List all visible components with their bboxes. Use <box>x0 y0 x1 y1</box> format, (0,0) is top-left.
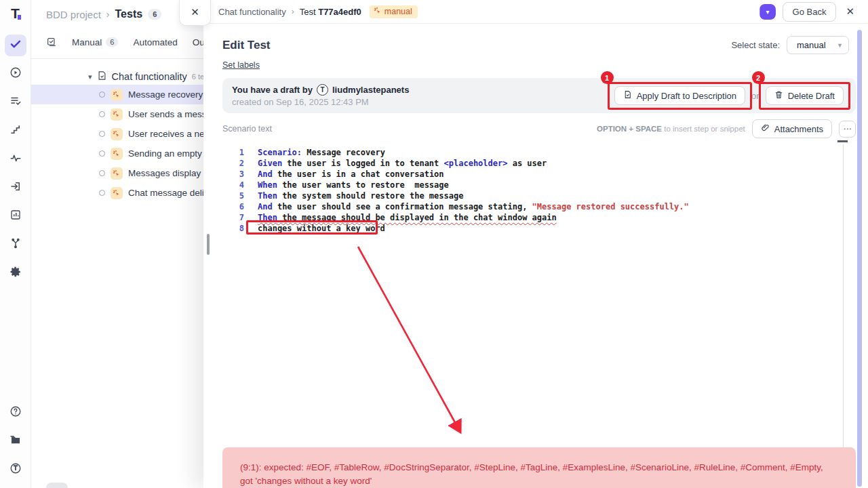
editor-line[interactable]: 5Then the system should restore the mess… <box>222 190 856 201</box>
tree-item-test[interactable]: Messages display correct ti <box>31 163 203 183</box>
tree-item-test[interactable]: User sends a message succ <box>31 104 203 124</box>
app-logo[interactable]: T <box>11 5 20 22</box>
test-status-circle <box>99 170 105 176</box>
editor-scrollbar-thumb[interactable] <box>837 140 848 142</box>
sign-in-box-icon <box>9 180 22 195</box>
tree-item-test[interactable]: User receives a new messa <box>31 124 203 144</box>
steps-icon <box>9 123 22 138</box>
scenario-editor[interactable]: 1Scenario: Message recovery2Given the us… <box>222 143 856 447</box>
go-back-button[interactable]: Go Back <box>783 2 837 22</box>
attachments-button[interactable]: Attachments <box>752 119 832 138</box>
test-title: Sending an empty message <box>128 148 203 159</box>
test-title: Messages display correct ti <box>128 168 203 178</box>
manual-state-label: manual <box>384 7 412 16</box>
tab-automated[interactable]: Automated <box>133 37 177 57</box>
line-number: 1 <box>222 147 244 158</box>
tree-item-test[interactable]: Chat message delivery stat <box>31 183 203 203</box>
tree-group-label: Chat functionality <box>112 71 187 82</box>
rail-item-steps[interactable] <box>5 120 26 142</box>
edit-test-drawer: ✕ Chat functionality › Test T77a4edf0 ma… <box>203 0 868 488</box>
select-all-icon[interactable] <box>46 37 57 57</box>
editor-line[interactable]: 4When the user wants to restore message <box>222 180 856 190</box>
state-dropdown[interactable]: manual ▼ <box>787 36 849 54</box>
tab-manual[interactable]: Manual 6 <box>72 37 118 57</box>
save-split-button[interactable]: Save ▾ <box>760 4 776 20</box>
rail-item-plans[interactable] <box>5 92 26 113</box>
drawer-close-button[interactable]: ✕ <box>179 0 211 26</box>
drawer-scrollbar[interactable] <box>857 30 862 487</box>
gear-icon <box>9 266 22 281</box>
rail-item-runs[interactable] <box>5 63 26 85</box>
manual-test-icon <box>111 148 123 160</box>
breadcrumb-suite[interactable]: Chat functionality <box>218 7 286 17</box>
line-code: Scenario: Message recovery <box>258 147 385 158</box>
tree-item-test[interactable]: Message recovery <box>31 85 203 104</box>
rail-item-help[interactable] <box>5 402 26 424</box>
test-title: User sends a message succ <box>128 109 203 119</box>
bar-chart-icon <box>9 209 22 224</box>
editor-line[interactable]: 6And the user should see a confirmation … <box>222 201 856 212</box>
line-code: And the user is in a chat conversation <box>258 169 444 180</box>
scenario-text-label: Scenario text <box>222 124 272 134</box>
rail-item-tests[interactable] <box>5 35 26 56</box>
tests-tree: ▾ Chat functionality 6 tests Message rec… <box>31 59 203 203</box>
test-id: T77a4edf0 <box>318 7 361 17</box>
test-status-circle <box>99 92 105 98</box>
tree-group-count: 6 tests <box>192 73 203 81</box>
apply-doc-icon <box>623 90 632 101</box>
line-number: 7 <box>222 212 244 223</box>
test-title: Chat message delivery stat <box>128 188 203 198</box>
more-options-button[interactable]: ⋯ <box>839 121 856 138</box>
rail-item-settings[interactable] <box>5 262 26 284</box>
breadcrumb-project[interactable]: BDD project <box>46 9 101 20</box>
help-circle-icon <box>9 405 22 420</box>
list-check-icon <box>9 95 22 110</box>
line-code: And the user should see a confirmation m… <box>258 201 689 212</box>
line-code: Then the message should be displayed in … <box>258 212 557 223</box>
line-number: 2 <box>222 158 244 169</box>
test-status-circle <box>99 150 105 157</box>
rail-item-analytics[interactable] <box>5 205 26 227</box>
tests-count-badge: 6 <box>148 9 161 20</box>
panel-scrollbar-thumb[interactable] <box>207 234 210 255</box>
editor-line[interactable]: 7Then the message should be displayed in… <box>222 212 856 223</box>
draft-username: liudmylastepanets <box>332 85 409 95</box>
rail-item-import[interactable] <box>5 177 26 199</box>
editor-line[interactable]: 8changes without a key word <box>222 223 856 234</box>
apply-draft-button[interactable]: Apply Draft to Description <box>614 86 745 105</box>
draft-heading: You have a draft by <box>232 85 313 95</box>
manual-state-badge: manual <box>370 5 418 18</box>
chevron-right-icon: › <box>292 7 294 16</box>
tests-tree-panel: BDD project › Tests 6 Manual 6 Automated… <box>31 0 203 488</box>
suite-doc-icon <box>97 70 107 83</box>
select-state-group: Select state: manual ▼ <box>731 36 849 54</box>
drawer-topbar: Chat functionality › Test T77a4edf0 manu… <box>203 0 868 24</box>
tree-item-test[interactable]: Sending an empty message <box>31 144 203 163</box>
delete-draft-button[interactable]: Delete Draft <box>766 86 844 105</box>
shortcut-hint: OPTION + SPACE to insert step or snippet <box>597 125 745 133</box>
editor-line[interactable]: 3And the user is in a chat conversation <box>222 169 856 180</box>
folder-icon <box>9 434 22 449</box>
breadcrumb-test: Test T77a4edf0 <box>300 7 361 17</box>
rail-item-account[interactable] <box>5 459 26 481</box>
close-drawer-x[interactable]: ✕ <box>843 5 857 18</box>
line-code: When the user wants to restore message <box>258 180 449 190</box>
close-icon: ✕ <box>191 6 199 18</box>
editor-line[interactable]: 1Scenario: Message recovery <box>222 147 856 158</box>
test-title: User receives a new messa <box>128 129 203 139</box>
rail-item-projects[interactable] <box>5 430 26 452</box>
save-dropdown-button[interactable]: ▾ <box>760 4 776 20</box>
editor-line[interactable]: 2Given the user is logged in to tenant <… <box>222 158 856 169</box>
set-labels-link[interactable]: Set labels <box>222 60 260 70</box>
tab-manual-count: 6 <box>106 37 118 47</box>
line-number: 4 <box>222 180 244 190</box>
breadcrumb: BDD project › Tests 6 <box>31 0 203 20</box>
rail-item-branches[interactable] <box>5 234 26 256</box>
manual-test-icon <box>111 187 123 199</box>
line-code: Given the user is logged in to tenant <p… <box>258 158 547 169</box>
test-status-circle <box>99 111 105 117</box>
rail-item-pulse[interactable] <box>5 148 26 170</box>
tree-group-chat-functionality[interactable]: ▾ Chat functionality 6 tests <box>31 68 203 85</box>
tab-outdated[interactable]: Out <box>193 37 203 57</box>
chevron-down-icon[interactable]: ▾ <box>88 73 92 81</box>
